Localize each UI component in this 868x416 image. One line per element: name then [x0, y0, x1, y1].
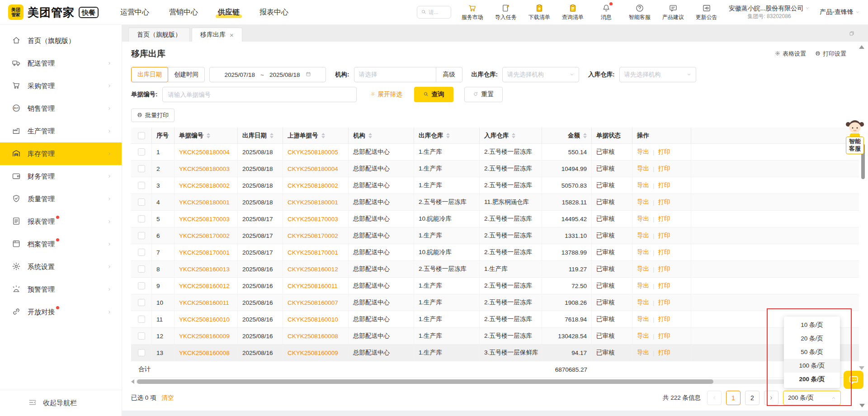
col-header-out_date[interactable]: 出库日期 [238, 128, 283, 143]
expand-filters-link[interactable]: 展开筛选 [370, 90, 402, 99]
page-size-select[interactable]: 200 条/页 [783, 391, 841, 405]
sidebar-item-12[interactable]: 开放对接 [0, 301, 122, 323]
row-checkbox[interactable] [138, 316, 145, 323]
company-switcher[interactable]: 安徽蒸小皖...股份有限公司 集团号: 83202086 [729, 4, 810, 20]
doc-no-link[interactable]: YKCK2508160013 [179, 266, 230, 273]
page-button-2[interactable]: 2 [745, 391, 760, 405]
sidebar-item-9[interactable]: 档案管理 [0, 233, 122, 255]
export-link[interactable]: 导出 [637, 198, 649, 206]
sidebar-item-5[interactable]: 库存管理 [0, 142, 122, 165]
doc-no-link[interactable]: YKCK2508160010 [179, 316, 230, 323]
page-size-option-1[interactable]: 20 条/页 [784, 332, 840, 345]
page-size-option-3[interactable]: 100 条/页 [784, 359, 840, 373]
print-link[interactable]: 打印 [658, 332, 670, 340]
print-link[interactable]: 打印 [658, 248, 670, 256]
sidebar-item-8[interactable]: 报表管理 [0, 210, 122, 233]
sort-carets-icon[interactable] [446, 133, 450, 138]
doc-no-link[interactable]: YKCK2508170001 [179, 249, 230, 256]
date-range-picker[interactable]: 2025/07/18 ~ 2025/08/18 [209, 67, 326, 82]
row-checkbox[interactable] [138, 332, 145, 340]
print-link[interactable]: 打印 [658, 232, 670, 240]
collapse-nav-button[interactable]: 收起导航栏 [0, 390, 122, 416]
upstream-no-link[interactable]: CKYK2508160007 [288, 299, 338, 306]
upstream-no-link[interactable]: CKYK2508180005 [288, 149, 338, 156]
page-scroll-down-icon[interactable] [859, 404, 865, 407]
upstream-no-link[interactable]: CKYK2508180001 [288, 199, 338, 206]
tool-5[interactable]: 智能客服 [628, 4, 651, 21]
doc-no-link[interactable]: YKCK2508160009 [179, 333, 230, 340]
doc-no-link[interactable]: YKCK2508180002 [179, 182, 230, 189]
tool-4[interactable]: 消息 [595, 4, 618, 21]
vscroll-up-arrow-icon[interactable] [859, 45, 864, 49]
export-link[interactable]: 导出 [637, 215, 649, 223]
col-header-upstream_no[interactable]: 上游单据号 [283, 128, 349, 143]
export-link[interactable]: 导出 [637, 181, 649, 189]
export-link[interactable]: 导出 [637, 298, 649, 307]
doc-no-link[interactable]: YKCK2508160012 [179, 283, 230, 289]
chat-button[interactable] [844, 371, 863, 389]
tool-7[interactable]: 更新公告 [695, 4, 718, 21]
panels-icon[interactable] [849, 31, 854, 36]
row-checkbox[interactable] [138, 148, 145, 156]
scroll-left-arrow-icon[interactable] [131, 379, 134, 384]
topbar-search[interactable] [417, 6, 451, 19]
tool-1[interactable]: 导入任务 [495, 4, 517, 21]
user-menu[interactable]: 产品-查锋锋 [820, 8, 860, 16]
print-link[interactable]: 打印 [658, 349, 670, 357]
print-link[interactable]: 打印 [658, 282, 670, 290]
col-header-out_wh[interactable]: 出库仓库 [414, 128, 480, 143]
top-nav-item-0[interactable]: 运营中心 [119, 6, 150, 19]
doc-no-link[interactable]: YKCK2508180004 [179, 149, 230, 156]
in-warehouse-select[interactable]: 请先选择机构 [619, 67, 696, 82]
sidebar-item-1[interactable]: 配送管理 [0, 52, 122, 75]
export-link[interactable]: 导出 [637, 148, 649, 156]
export-link[interactable]: 导出 [637, 265, 649, 273]
doc-no-link[interactable]: YKCK2508180003 [179, 165, 230, 172]
select-all-checkbox[interactable] [138, 132, 145, 139]
upstream-no-link[interactable]: CKYK2508170001 [288, 249, 338, 256]
tab-0[interactable]: 首页（旗舰版） [128, 28, 190, 42]
sort-carets-icon[interactable] [583, 133, 587, 138]
reset-button[interactable]: 重置 [464, 87, 503, 102]
doc-no-link[interactable]: YKCK2508170003 [179, 216, 230, 222]
export-link[interactable]: 导出 [637, 282, 649, 290]
sidebar-item-7[interactable]: 质量管理 [0, 188, 122, 210]
row-checkbox[interactable] [138, 349, 145, 356]
top-nav-item-3[interactable]: 报表中心 [259, 6, 289, 19]
search-button[interactable]: 查询 [414, 87, 453, 102]
page-size-option-2[interactable]: 50 条/页 [784, 345, 840, 359]
print-link[interactable]: 打印 [658, 215, 670, 223]
upstream-no-link[interactable]: CKYK2508160009 [288, 350, 338, 356]
top-nav-item-2[interactable]: 供应链 [217, 6, 241, 19]
sort-carets-icon[interactable] [321, 133, 325, 138]
sidebar-item-0[interactable]: 首页（旗舰版） [0, 29, 122, 52]
close-icon[interactable]: × [230, 32, 234, 38]
sidebar-item-6[interactable]: 财务管理 [0, 165, 122, 188]
vscroll-down-arrow-icon[interactable] [859, 366, 864, 370]
prev-page-button[interactable] [707, 391, 722, 405]
page-button-1[interactable]: 1 [726, 391, 741, 405]
doc-no-link[interactable]: YKCK2508170002 [179, 232, 230, 239]
assistant-mascot[interactable]: 智能 客服 [843, 118, 867, 154]
sidebar-item-11[interactable]: 预警管理 [0, 278, 122, 301]
batch-print-button[interactable]: 批量打印 [131, 109, 175, 122]
page-size-option-4[interactable]: 200 条/页 [784, 373, 840, 386]
print-link[interactable]: 打印 [658, 148, 670, 156]
col-header-org[interactable]: 机构 [349, 128, 414, 143]
row-checkbox[interactable] [138, 232, 145, 239]
sort-carets-icon[interactable] [512, 133, 515, 138]
upstream-no-link[interactable]: CKYK2508170003 [288, 216, 338, 222]
org-select[interactable]: 请选择 [354, 67, 436, 82]
doc-no-link[interactable]: YKCK2508180001 [179, 199, 230, 206]
sort-carets-icon[interactable] [207, 133, 210, 138]
print-link[interactable]: 打印 [658, 181, 670, 189]
export-link[interactable]: 导出 [637, 232, 649, 240]
print-settings-button[interactable]: 打印设置 [815, 50, 846, 58]
doc-no-link[interactable]: YKCK2508160008 [179, 350, 230, 356]
upstream-no-link[interactable]: CKYK2508160012 [288, 266, 338, 273]
col-header-in_wh[interactable]: 入库仓库 [480, 128, 542, 143]
date-type-created[interactable]: 创建时间 [168, 67, 205, 82]
advanced-button[interactable]: 高级 [436, 67, 462, 82]
export-link[interactable]: 导出 [637, 165, 649, 173]
page-size-option-0[interactable]: 10 条/页 [784, 318, 840, 332]
